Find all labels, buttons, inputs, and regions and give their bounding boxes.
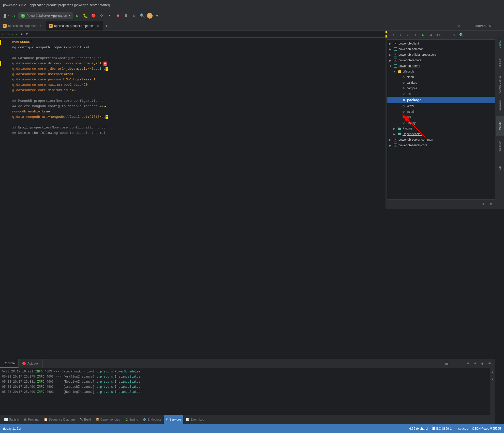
status-dependencies[interactable]: 📦 Dependencies	[94, 415, 122, 424]
sidebar-tool-database[interactable]: Database	[496, 95, 504, 116]
tree-item-clean[interactable]: ▶ ⚙ clean	[387, 74, 504, 80]
nav-up-icon[interactable]: ▲	[21, 32, 23, 36]
status-event-log[interactable]: 📝 Event Log	[184, 415, 206, 424]
log-pid: 4603	[45, 370, 52, 373]
tree-item-powerjob-server-common[interactable]: ▶ powerjob-server-common	[387, 137, 504, 142]
run-button[interactable]: ▶	[74, 12, 81, 19]
maven-run-italic-button[interactable]: m	[427, 32, 434, 38]
tree-item-site[interactable]: ▶ ⚙ site	[387, 114, 504, 120]
console-menu-button[interactable]: ☰	[443, 360, 450, 367]
maven-download-sources-button[interactable]: ⬇	[405, 32, 411, 38]
code-text: g.datasource.core.minimum-idle	[12, 88, 72, 93]
debug-button[interactable]: 🐛	[82, 12, 89, 19]
tree-item-powerjob-official-processors[interactable]: ▶ powerjob-official-processors	[387, 52, 504, 57]
status-build[interactable]: 🔨 Build	[77, 415, 93, 424]
maven-add-button[interactable]: +	[412, 32, 419, 38]
console-up-button[interactable]: ⬆	[451, 360, 457, 367]
status-spring[interactable]: 🍃 Spring	[123, 415, 140, 424]
maven-minimize-icon[interactable]: −	[495, 22, 502, 30]
tree-item-package[interactable]: ▶ ⚙ package	[387, 97, 504, 103]
module-icon	[393, 143, 397, 147]
event-log-icon: 📝	[186, 418, 190, 421]
tree-item-plugins[interactable]: ▶ Plugins	[387, 126, 504, 131]
tab-console[interactable]: Console	[0, 359, 19, 368]
tree-item-verify[interactable]: ▶ ⚙ verify	[387, 103, 504, 109]
tree-item-dependencies[interactable]: ▶ Dependencies	[387, 131, 504, 137]
code-text: g.datasource.core.username	[12, 72, 64, 77]
log-scroll-up[interactable]: ▲	[489, 369, 496, 376]
sequence-icon: 📋	[44, 418, 48, 421]
tab-application-properties[interactable]: P application.properties ×	[0, 21, 46, 30]
maven-bolt-button[interactable]: ⚡	[443, 32, 449, 38]
profile-button[interactable]: ▼	[2, 12, 9, 19]
maven-download-button[interactable]: ⬇	[397, 32, 404, 38]
tab-close-2[interactable]: ×	[96, 24, 100, 28]
log-scroll-down[interactable]: ▼	[489, 376, 496, 383]
tree-item-deploy[interactable]: ▶ ⚙ deploy	[387, 120, 504, 126]
sidebar-tool-restfultool[interactable]: RestfulTool	[496, 137, 504, 157]
tree-item-powerjob-remote[interactable]: ▶ powerjob-remote	[387, 57, 504, 63]
code-line	[0, 50, 387, 56]
code-editor[interactable]: nv=PRODUCT ng.config=classpath:logback-p…	[0, 38, 387, 138]
nav-down-icon[interactable]: ▼	[26, 32, 28, 36]
editor-minimize-button[interactable]: −	[463, 22, 470, 30]
highlight-badge: =	[106, 67, 108, 71]
editor-settings-button[interactable]: ⚙	[455, 22, 462, 30]
sidebar-tool-codegpt[interactable]: CodeGPT	[496, 33, 504, 53]
maven-reload-button[interactable]: ↺	[389, 32, 396, 38]
tree-item-install[interactable]: ▶ ⚙ install	[387, 109, 504, 114]
tree-item-compile[interactable]: ▶ ⚙ compile	[387, 85, 504, 91]
log-level: INFO	[37, 385, 45, 389]
code-text: =com.mysql=	[82, 61, 103, 66]
extra-button[interactable]: ●	[154, 12, 161, 19]
sidebar-tool-translate[interactable]: Translate	[496, 53, 504, 74]
status-encoding: IE ISO-8859-1	[432, 427, 452, 430]
stop-button[interactable]: ■	[114, 12, 122, 19]
console-btn4[interactable]: ⊖	[472, 360, 479, 367]
maven-config-button[interactable]: ⚙	[450, 32, 457, 38]
maven-settings-icon[interactable]: ⚙	[487, 22, 494, 30]
status-terminal[interactable]: ⊞ Terminal	[22, 415, 41, 424]
tree-item-test[interactable]: ▶ ⚙ test	[387, 91, 504, 97]
tree-item-validate[interactable]: ▶ ⚙ validate	[387, 80, 504, 85]
status-sequence-diagram[interactable]: 📋 Sequence Diagram	[42, 415, 77, 424]
console-btn3[interactable]: ⊕	[465, 360, 471, 367]
console-down-button[interactable]: ⬇	[458, 360, 464, 367]
maven-add-bottom-button[interactable]: ⊕	[480, 201, 487, 208]
status-services[interactable]: ⚙ Services	[164, 415, 183, 424]
code-text: mongodb.enable	[12, 109, 40, 114]
tree-item-powerjob-server[interactable]: ▼ powerjob-server	[387, 63, 504, 69]
maven-run-special-button[interactable]: m+	[435, 32, 442, 38]
maven-tree[interactable]: ▶ powerjob-client ▶ powerjob-common ▶	[387, 40, 504, 199]
status-statistic[interactable]: 📊 Statistic	[2, 415, 22, 424]
status-endpoints[interactable]: 🔗 Endpoints	[141, 415, 163, 424]
editor-pane: ⚠ 16 ✓ 2 ▲ ▼ nv=PRODUCT ng.config=classp…	[0, 31, 387, 209]
maven-search-button[interactable]: 🔍	[458, 32, 465, 38]
tree-item-powerjob-server-core[interactable]: ▶ powerjob-server-core	[387, 142, 504, 148]
tree-item-powerjob-common[interactable]: ▶ powerjob-common	[387, 46, 504, 52]
back-button[interactable]: ↺	[10, 12, 17, 19]
tab-close-1[interactable]: ×	[39, 24, 43, 28]
console-btn6[interactable]: ⊞	[486, 360, 493, 367]
coverage-button[interactable]: 🔴	[90, 12, 97, 19]
maven-run-button[interactable]: ▶	[420, 32, 426, 38]
run-config-selector[interactable]: ⚙ PowerJobServerApplication ▼	[18, 12, 73, 19]
settings-button[interactable]: ⚙	[131, 12, 138, 19]
console-btn5[interactable]: ◈	[479, 360, 486, 367]
sidebar-tool-github-copilot[interactable]: GitHub Copilot	[496, 74, 504, 95]
search-button[interactable]: 🔍	[139, 12, 146, 19]
tree-item-lifecycle[interactable]: ▼ Lifecycle	[387, 69, 504, 74]
reload-button[interactable]: ⟳	[98, 12, 105, 19]
tab-actuator[interactable]: 🔴 Actuator	[19, 359, 43, 368]
tree-item-powerjob-client[interactable]: ▶ powerjob-client	[387, 41, 504, 46]
log-level: INFO	[37, 390, 45, 394]
maven-settings-bottom-button[interactable]: ⚙	[488, 201, 494, 208]
error-badge: ≡	[103, 62, 107, 66]
notifications-button[interactable]: !	[147, 13, 153, 19]
tab-application-product-properties[interactable]: P application-product.properties ×	[46, 21, 103, 30]
run-dropdown[interactable]: ▼	[106, 12, 113, 19]
sidebar-tool-maven[interactable]: Maven	[496, 116, 504, 136]
tab-overflow-button[interactable]: ▼	[103, 21, 110, 30]
pause-button[interactable]: ⏸	[123, 12, 130, 19]
sidebar-tool-db[interactable]: DB	[496, 158, 504, 178]
